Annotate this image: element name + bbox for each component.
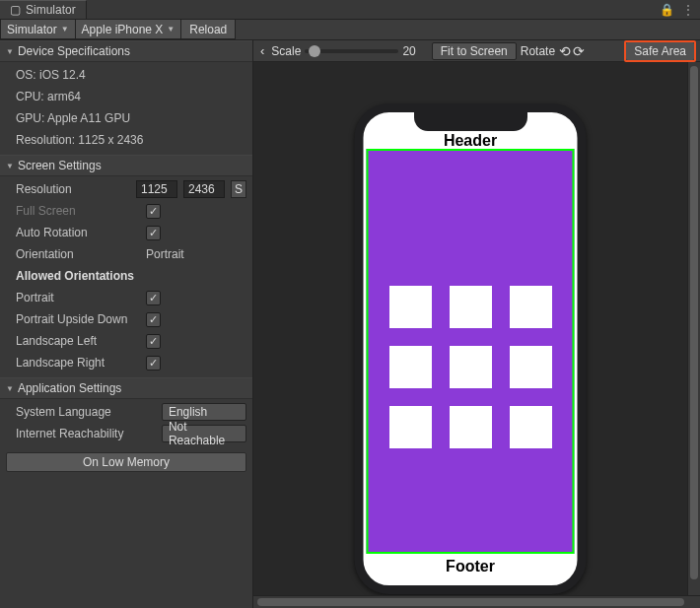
device-frame: Header [355,103,587,594]
internet-reachability-dropdown[interactable]: Not Reachable [162,425,246,442]
scrollbar-thumb[interactable] [257,598,684,606]
grid-cell [450,406,492,448]
sidebar: ▼ Device Specifications OS: iOS 12.4 CPU… [0,40,253,608]
resolution-label: Resolution [16,182,136,196]
foldout-icon: ▼ [6,162,14,170]
resolution-set-button[interactable]: S [231,180,246,198]
preview-canvas[interactable]: Header [253,62,687,595]
spec-os: OS: iOS 12.4 [16,68,86,82]
portrait-upside-down-label: Portrait Upside Down [16,312,146,326]
portrait-checkbox[interactable]: ✓ [146,291,161,305]
grid-cell [389,286,432,328]
landscape-left-checkbox[interactable]: ✓ [146,334,161,349]
scrollbar-horizontal[interactable] [253,595,700,608]
on-low-memory-label: On Low Memory [83,455,170,469]
toolbar: Simulator ▼ Apple iPhone X ▼ Reload [0,20,700,40]
fit-to-screen-button[interactable]: Fit to Screen [432,42,517,60]
more-icon[interactable]: ⋮ [682,3,694,17]
portrait-label: Portrait [16,291,146,304]
tab-title: Simulator [26,3,76,17]
landscape-right-checkbox[interactable]: ✓ [146,356,161,371]
simulator-icon: ▢ [10,4,21,16]
chevron-down-icon: ▼ [167,25,175,34]
full-screen-label: Full Screen [16,204,146,218]
chevron-down-icon: ▼ [61,25,69,34]
spec-resolution: Resolution: 1125 x 2436 [16,133,143,147]
rotate-label: Rotate [521,44,555,58]
system-language-value: English [169,405,207,419]
section-title: Application Settings [18,381,121,395]
spec-cpu: CPU: arm64 [16,90,81,103]
section-screen-settings[interactable]: ▼ Screen Settings [0,155,252,176]
preview-toolbar: ‹ Scale 20 Fit to Screen Rotate ⟲ ⟳ [253,40,700,62]
reload-button[interactable]: Reload [181,20,236,39]
auto-rotation-label: Auto Rotation [16,226,146,239]
auto-rotation-checkbox[interactable]: ✓ [146,226,161,240]
device-label: Apple iPhone X [82,23,164,36]
orientation-value: Portrait [146,247,184,261]
orientation-label: Orientation [16,247,146,261]
foldout-icon: ▼ [6,384,14,393]
fit-to-screen-label: Fit to Screen [441,44,508,58]
scrollbar-vertical[interactable] [687,62,700,595]
grid-cell [510,346,552,388]
section-title: Device Specifications [18,44,130,58]
device-dropdown[interactable]: Apple iPhone X ▼ [76,20,182,39]
device-notch [414,111,527,131]
scale-value: 20 [402,44,415,58]
section-title: Screen Settings [18,159,102,172]
preview-panel: ‹ Scale 20 Fit to Screen Rotate ⟲ ⟳ [253,40,700,608]
section-device-specs[interactable]: ▼ Device Specifications [0,40,252,62]
scrollbar-thumb[interactable] [690,66,698,579]
landscape-right-label: Landscape Right [16,356,146,370]
mode-dropdown[interactable]: Simulator ▼ [0,20,76,39]
landscape-left-label: Landscape Left [16,334,146,348]
system-language-dropdown[interactable]: English [162,403,246,421]
portrait-upside-down-checkbox[interactable]: ✓ [146,312,161,327]
titlebar: ▢ Simulator 🔒 ⋮ [0,0,700,20]
system-language-label: System Language [16,405,162,419]
full-screen-checkbox[interactable]: ✓ [146,204,161,219]
grid-cell [450,286,492,328]
lock-icon[interactable]: 🔒 [660,3,674,17]
on-low-memory-button[interactable]: On Low Memory [6,452,246,472]
section-application-settings[interactable]: ▼ Application Settings [0,377,252,399]
safe-area-highlight: Safe Area [624,40,696,62]
grid-cell [389,406,432,448]
resolution-height-input[interactable] [183,180,225,198]
mode-label: Simulator [7,23,57,36]
rotate-cw-icon[interactable]: ⟳ [573,43,585,59]
grid-cell [389,346,432,388]
spec-gpu: GPU: Apple A11 GPU [16,111,130,125]
allowed-orientations-label: Allowed Orientations [16,269,146,283]
rotate-ccw-icon[interactable]: ⟲ [559,43,571,59]
grid-cell [450,346,492,388]
reload-label: Reload [189,23,227,36]
window-tab[interactable]: ▢ Simulator [0,0,87,19]
foldout-icon: ▼ [6,47,14,56]
safe-area-rect [367,149,575,554]
grid-cell [510,286,552,328]
resolution-width-input[interactable] [136,180,177,198]
slider-thumb[interactable] [309,45,320,57]
app-footer: Footer [364,558,578,575]
safe-area-label: Safe Area [634,44,686,58]
internet-reachability-value: Not Reachable [169,420,240,447]
grid-cell [510,406,552,448]
internet-reachability-label: Internet Reachability [16,427,162,440]
scale-slider[interactable] [305,42,398,60]
app-icon-grid [389,286,552,448]
safe-area-button[interactable]: Safe Area [626,42,694,60]
back-icon[interactable]: ‹ [257,43,267,58]
scale-label: Scale [271,44,301,58]
app-header: Header [364,132,578,150]
